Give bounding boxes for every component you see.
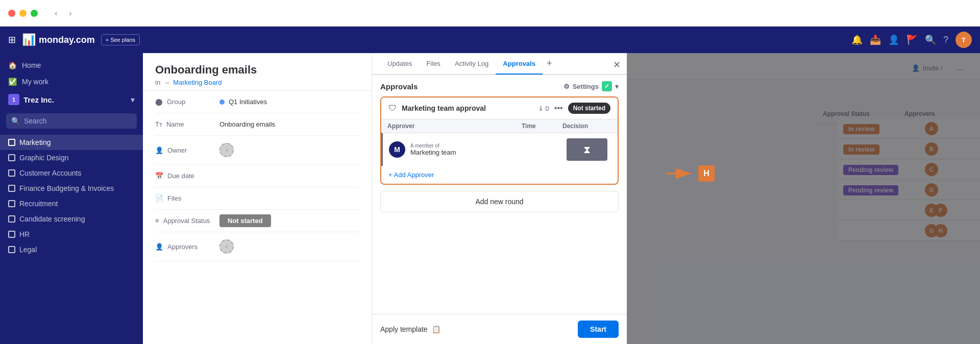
settings-check-icon: ✓ [602,81,612,91]
not-started-badge[interactable]: Not started [219,214,271,227]
maximize-traffic-light[interactable] [31,10,38,17]
forward-arrow[interactable]: › [64,7,77,19]
board-icon-hr [8,231,15,238]
bell-icon[interactable]: 🔔 [851,34,863,45]
person-icon[interactable]: 👤 [888,34,899,45]
sidebar-item-graphic-design[interactable]: Graphic Design [0,150,143,165]
settings-gear-icon: ⚙ [564,83,570,90]
detail-row-approval-status: ≡ Approval Status Not started [155,210,359,232]
tab-activity-log[interactable]: Activity Log [448,54,496,75]
board-icon-candidate-screening [8,215,15,223]
group-color-dot [219,100,225,105]
detail-row-owner: 👤 Owner + [155,136,359,165]
name-label: Tт Name [155,120,211,128]
main-layout: 🏠 Home ✅ My work 1 Trez Inc. ▾ 🔍 Search [0,53,980,344]
tab-approvals[interactable]: Approvals [496,54,543,75]
nav-arrows: ‹ › [50,7,77,19]
add-approver-button[interactable]: + Add Approver [381,166,618,184]
tab-add-button[interactable]: + [543,53,556,74]
approver-col-header: Approver [381,119,516,133]
round-more-button[interactable]: ••• [554,104,563,113]
add-person-icon: + [225,146,229,154]
back-arrow[interactable]: ‹ [50,7,62,19]
board-icon-marketing [8,139,15,146]
h-label: H [703,169,709,178]
owner-icon: 👤 [155,146,163,154]
approvals-tabs: Updates Files Activity Log Approvals + [372,53,627,75]
approvers-icon: 👤 [155,243,163,251]
sidebar-item-home[interactable]: 🏠 Home [0,57,143,73]
owner-avatar[interactable]: + [219,143,234,157]
breadcrumb-in: in [155,79,160,86]
approvers-label: 👤 Approvers [155,243,211,251]
team-avatar: M [389,141,405,158]
detail-header: Onboarding emails in → Marketing Board [143,53,372,91]
hourglass-icon: ⧗ [583,144,591,156]
template-icon: 📋 [432,325,440,333]
round-count: ⇓ 0 [538,105,549,112]
board-icon-recruitment [8,200,15,207]
settings-button[interactable]: ⚙ Settings ✓ ▾ [564,81,619,91]
help-icon[interactable]: ? [943,35,948,45]
approvals-section-title: Approvals ⚙ Settings ✓ ▾ [380,81,619,91]
close-traffic-light[interactable] [8,10,15,17]
sidebar-item-mywork[interactable]: ✅ My work [0,73,143,90]
detail-row-group: ⬤ Group Q1 Initiatives [155,91,359,113]
add-new-round-button[interactable]: Add new round [380,191,619,212]
workspace-chevron[interactable]: ▾ [131,95,135,105]
see-plans-button[interactable]: + See plans [101,34,140,45]
item-detail-panel: Onboarding emails in → Marketing Board ⬤ [143,53,372,344]
approver-time-cell [516,144,556,155]
workspace-badge: 1 [8,94,19,105]
workspace-name: 1 Trez Inc. [8,94,54,105]
sidebar-item-legal[interactable]: Legal [0,242,143,257]
inbox-icon[interactable]: 📥 [870,34,881,45]
sidebar-item-hr[interactable]: HR [0,227,143,242]
workspace-name-label: Trez Inc. [23,95,54,104]
detail-row-name: Tт Name Onboarding emails [155,113,359,136]
approver-table-header: Approver Time Decision [381,119,618,133]
see-plans-label: + See plans [106,37,135,43]
detail-row-duedate: 📅 Due date [155,165,359,187]
search-bar[interactable]: 🔍 Search [6,113,137,129]
name-icon: Tт [155,120,162,128]
avatar[interactable]: T [955,32,972,48]
nav-icons: 🔔 📥 👤 🚩 🔍 ? T [851,32,972,48]
sidebar-item-marketing[interactable]: Marketing [0,135,143,150]
grid-icon[interactable]: ⊞ [8,34,16,45]
decision-col-header: Decision [556,119,618,133]
sidebar: 🏠 Home ✅ My work 1 Trez Inc. ▾ 🔍 Search [0,53,143,344]
shield-check-icon: 🛡 [388,104,397,113]
settings-chevron-icon: ▾ [615,83,619,90]
boards-section: Marketing Graphic Design Customer Accoun… [0,133,143,259]
decision-pending-badge: ⧗ [567,138,607,161]
content-area: 👤 Invite / ... Approval Status Approvers [143,53,980,344]
flag-icon[interactable]: 🚩 [906,34,918,45]
tab-updates[interactable]: Updates [380,54,419,75]
approver-details: A member of Marketing team [410,143,456,156]
approver-info-cell: M A member of Marketing team [383,136,516,163]
tab-files[interactable]: Files [419,54,447,75]
board-label-finance: Finance Budgeting & Invoices [19,184,114,192]
minimize-traffic-light[interactable] [19,10,27,17]
top-nav: ⊞ 📊 monday.com + See plans 🔔 📥 👤 🚩 🔍 ? T [0,27,980,53]
detail-row-approvers: 👤 Approvers + [155,232,359,261]
board-icon-graphic-design [8,154,15,161]
settings-label: Settings [573,83,599,90]
time-col-header: Time [516,119,556,133]
apply-template-button[interactable]: Apply template 📋 [380,325,440,333]
sidebar-item-recruitment[interactable]: Recruitment [0,196,143,211]
h-annotation-badge: H [698,165,715,182]
sidebar-item-finance[interactable]: Finance Budgeting & Invoices [0,181,143,196]
search-icon[interactable]: 🔍 [925,34,936,45]
sidebar-item-candidate-screening[interactable]: Candidate screening [0,211,143,227]
start-button[interactable]: Start [578,321,619,338]
sidebar-item-customer-accounts[interactable]: Customer Accounts [0,165,143,181]
approval-round-0: 🛡 Marketing team approval ⇓ 0 ••• Not st… [380,96,619,185]
board-icon-legal [8,246,15,253]
close-button[interactable]: ✕ [613,59,621,70]
member-of-label: A member of [410,143,456,149]
logo-icon: 📊 [22,33,36,46]
arrow-svg [666,166,696,181]
approver-add[interactable]: + [219,239,234,254]
